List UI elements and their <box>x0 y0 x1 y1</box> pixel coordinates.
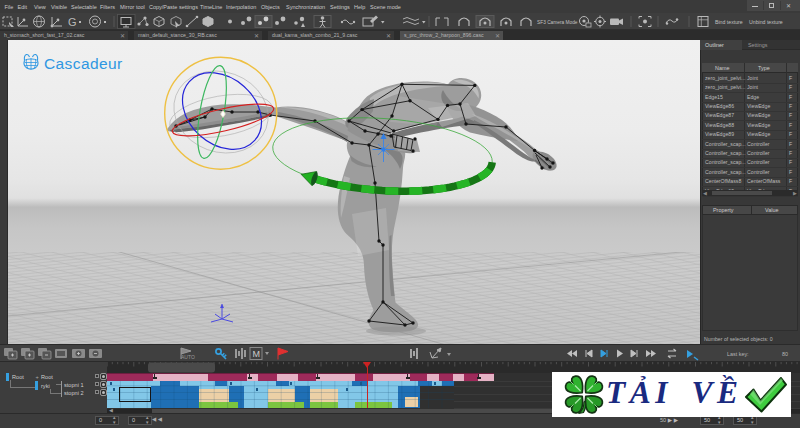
svg-text:Last key:: Last key: <box>727 351 749 357</box>
svg-text:M: M <box>253 349 261 359</box>
svg-text:Unbind texture: Unbind texture <box>749 19 783 25</box>
svg-text:SF3 Camera Mode: SF3 Camera Mode <box>537 20 578 25</box>
svg-text:AUTO: AUTO <box>181 354 195 360</box>
svg-text:Bind texture: Bind texture <box>715 19 743 25</box>
svg-text:80: 80 <box>782 351 788 357</box>
svg-text:G: G <box>68 16 77 28</box>
